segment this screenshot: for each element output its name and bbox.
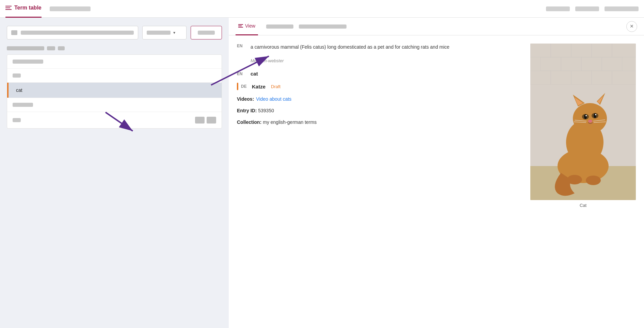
right-content: EN a carnivorous mammal (Felis catus) lo… [229, 35, 644, 328]
page-next-icon[interactable] [58, 46, 65, 50]
left-panel: ▾ cat [0, 18, 229, 328]
list-item[interactable] [7, 98, 222, 112]
list-item-cat[interactable]: cat [7, 83, 222, 98]
cat-illustration [530, 44, 636, 200]
definition-source: Merriam-webster [251, 58, 522, 63]
svg-point-35 [586, 176, 601, 185]
cat-image-wrapper: Cat [530, 44, 636, 320]
videos-label: Videos: [237, 96, 254, 102]
svg-point-34 [567, 175, 582, 184]
de-status-bar [237, 83, 238, 90]
de-term-block: DE Katze Draft [237, 83, 522, 90]
right-tabs: View × [229, 18, 644, 35]
nav-secondary-link [50, 6, 91, 11]
image-caption: Cat [580, 203, 586, 208]
page-prev-icon[interactable] [47, 46, 55, 50]
entry-id-row: Entry ID: 539350 [237, 108, 522, 113]
status-badge: Draft [271, 84, 280, 89]
list-item[interactable] [7, 112, 222, 128]
svg-point-18 [573, 103, 607, 134]
term-placeholder-5 [13, 118, 21, 122]
chevron-down-icon: ▾ [173, 30, 175, 35]
svg-point-26 [594, 113, 596, 118]
tab-view[interactable]: View [236, 18, 258, 35]
close-button[interactable]: × [626, 21, 637, 32]
video-link[interactable]: Video about cats [256, 96, 291, 102]
svg-point-28 [595, 114, 596, 115]
search-button[interactable] [191, 26, 222, 39]
en-term-lang: EN [237, 71, 246, 76]
en-term-block: EN cat [237, 71, 522, 77]
definition-block: EN a carnivorous mammal (Felis catus) lo… [237, 44, 522, 51]
tab-2[interactable] [266, 24, 293, 29]
entry-id-label: Entry ID: [237, 108, 257, 113]
right-panel: View × EN a carnivorous mammal (Felis ca… [229, 18, 644, 328]
definition-text: a carnivorous mammal (Felis catus) long … [251, 44, 449, 51]
select-placeholder [147, 31, 171, 35]
list-item[interactable] [7, 69, 222, 83]
close-icon: × [630, 23, 634, 30]
term-placeholder-text [13, 60, 43, 64]
term-placeholder-4 [13, 103, 33, 107]
view-tab-icon [238, 24, 243, 28]
list-item-action-1[interactable] [195, 117, 205, 124]
svg-point-25 [584, 114, 587, 119]
nav-action-2[interactable] [575, 6, 599, 11]
list-item-bottom [13, 117, 216, 124]
collection-row: Collection: my english-german terms [237, 119, 522, 125]
app-logo[interactable]: Term table [5, 0, 42, 18]
nav-action-1[interactable] [546, 6, 570, 11]
logo-icon [5, 6, 12, 10]
svg-point-27 [585, 115, 587, 116]
term-name: cat [16, 87, 22, 93]
search-input-wrapper[interactable] [7, 26, 138, 39]
search-input-placeholder [21, 31, 134, 35]
app-title: Term table [14, 5, 42, 11]
main-layout: ▾ cat [0, 18, 644, 328]
videos-row: Videos: Video about cats [237, 96, 522, 102]
search-icon [11, 30, 17, 35]
cat-image [530, 44, 636, 200]
nav-action-3[interactable] [605, 6, 639, 11]
en-term-value: cat [251, 71, 258, 77]
results-count [7, 46, 44, 50]
top-nav: Term table [0, 0, 644, 18]
search-button-label [198, 31, 215, 35]
list-item[interactable] [7, 55, 222, 69]
list-item-action-2[interactable] [207, 117, 216, 124]
pagination-controls [7, 46, 222, 50]
list-item-actions [195, 117, 216, 124]
de-term-value: Katze [252, 84, 265, 89]
nav-right-actions [546, 6, 639, 11]
term-placeholder-small [13, 73, 21, 78]
collection-value: my english-german terms [263, 119, 317, 125]
search-bar-row: ▾ [7, 26, 222, 39]
tab-view-label: View [245, 23, 255, 29]
de-term-lang: DE [241, 84, 249, 89]
term-details: EN a carnivorous mammal (Felis catus) lo… [237, 44, 522, 320]
status-bar-orange [7, 83, 9, 98]
svg-point-29 [588, 120, 592, 122]
tab-3[interactable] [299, 24, 347, 29]
term-list: cat [7, 54, 222, 129]
def-lang: EN [237, 44, 246, 51]
language-select[interactable]: ▾ [142, 26, 187, 39]
collection-label: Collection: [237, 119, 261, 125]
entry-id-value: 539350 [258, 108, 274, 113]
